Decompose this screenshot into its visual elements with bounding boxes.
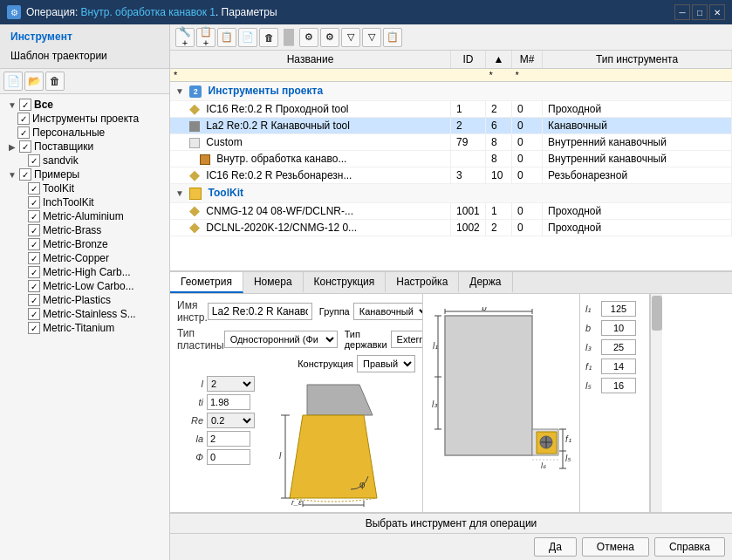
filter-btn-2[interactable]: ⚙ [320,28,339,47]
help-button[interactable]: Справка [654,537,725,557]
b-input[interactable] [601,320,636,336]
add-tool-button[interactable]: 🔧+ [175,28,195,47]
filter-btn-4[interactable]: ▽ [362,28,381,47]
imya-input[interactable] [208,303,312,320]
geo-tab-konstruktsiya[interactable]: Конструкция [304,272,387,293]
group-expand-instruments[interactable]: ▼ [175,86,184,96]
tree-item-metric-stainless[interactable]: ✓ Metric-Stainless S... [2,307,168,321]
checkbox-metric-bronze[interactable]: ✓ [28,238,40,250]
checkbox-vse[interactable]: ✓ [19,99,31,111]
tree-item-metric-brass[interactable]: ✓ Metric-Brass [2,223,168,237]
tree-item-personalnye[interactable]: ✓ Персональные [2,126,168,140]
checkbox-metric-brass[interactable]: ✓ [28,224,40,236]
tree-item-metric-titanium[interactable]: ✓ Metric-Titanium [2,321,168,335]
f1-input[interactable] [601,359,636,374]
checkbox-instruments[interactable]: ✓ [17,113,30,125]
checkbox-metric-titanium[interactable]: ✓ [28,322,40,334]
copy-button[interactable]: 📋 [217,28,236,47]
delete-tool-button[interactable]: 🗑 [259,28,278,47]
filter-id-input[interactable] [451,69,486,81]
table-row[interactable]: Внутр. обработка канаво... 8 0 Внутренни… [170,150,732,167]
table-row[interactable]: CNMG-12 04 08-WF/DCLNR-... 1001 1 0 Прох… [170,202,732,219]
gruppa-select[interactable]: Канавочный [353,303,423,320]
tree-item-postavshchiki[interactable]: ▶ ✓ Поставщики [2,140,168,154]
paste-button[interactable]: 📄 [238,28,257,47]
filter-btn-1[interactable]: ⚙ [299,28,318,47]
geo-tab-geometry[interactable]: Геометрия [170,272,243,293]
l-select[interactable]: 2 [207,376,255,392]
expand-icon-primery[interactable]: ▼ [7,169,17,180]
tree-item-instruments-proekta[interactable]: ✓ Инструменты проекта [2,112,168,126]
tree-item-metric-aluminium[interactable]: ✓ Metric-Aluminium [2,209,168,223]
scrollbar-thumb[interactable] [652,296,662,331]
geo-tab-nomera[interactable]: Номера [243,272,304,293]
col-m[interactable]: М# [512,51,543,69]
checkbox-postavshchiki[interactable]: ✓ [19,140,31,153]
tab-instrument[interactable]: Инструмент [3,28,166,45]
tree-item-metric-bronze[interactable]: ✓ Metric-Bronze [2,237,168,251]
filter-sort-input[interactable] [486,69,512,81]
tree-item-inchtoolkit[interactable]: ✓ InchToolKit [2,195,168,209]
filter-type-input[interactable] [543,69,732,81]
ti-input[interactable] [207,394,250,410]
table-row[interactable]: DCLNL-2020K-12/CNMG-12 0... 1002 2 0 Про… [170,219,732,236]
group-row-toolkit[interactable]: ▼ ToolKit [170,183,732,202]
tools-table-container[interactable]: Название ID ▲ М# Тип инструмента [170,51,732,271]
l3-input[interactable] [601,339,636,355]
checkbox-toolkit[interactable]: ✓ [28,182,40,195]
tree-item-metric-plastics[interactable]: ✓ Metric-Plastics [2,293,168,307]
col-id[interactable]: ID [451,51,486,69]
l5-input[interactable] [601,378,636,393]
tree-container[interactable]: ▼ ✓ Все ✓ Инструменты проекта ✓ Персонал… [0,94,169,560]
re-select[interactable]: 0.2 [207,413,255,428]
tree-item-toolkit[interactable]: ✓ ToolKit [2,181,168,195]
table-row[interactable]: IC16 Re:0.2 R Проходной tool 1 2 0 Прохо… [170,100,732,117]
select-instrument-bar[interactable]: Выбрать инструмент для операции [170,514,732,534]
checkbox-metric-plastics[interactable]: ✓ [28,294,40,306]
tree-item-sandvik[interactable]: ✓ sandvik [2,154,168,167]
checkbox-personalnye[interactable]: ✓ [17,126,30,139]
delete-button[interactable]: 🗑 [45,72,65,91]
expand-icon-vse[interactable]: ▼ [7,99,17,110]
checkbox-metric-aluminium[interactable]: ✓ [28,210,40,222]
close-button[interactable]: ✕ [709,4,725,20]
checkbox-metric-stainless[interactable]: ✓ [28,308,40,320]
add-from-list-button[interactable]: 📋+ [196,28,215,47]
tip-derzhavki-select[interactable]: External [391,331,423,348]
checkbox-metric-high-carb[interactable]: ✓ [28,266,40,278]
checkbox-sandvik[interactable]: ✓ [28,154,40,167]
geo-tab-derzha[interactable]: Держа [459,272,512,293]
tab-shablon[interactable]: Шаблон траектории [3,47,166,65]
table-row[interactable]: IC16 Re:0.2 R Резьбонарезн... 3 10 0 Рез… [170,167,732,183]
maximize-button[interactable]: □ [692,4,708,20]
group-expand-toolkit[interactable]: ▼ [175,188,184,198]
col-type[interactable]: Тип инструмента [543,51,732,69]
checkbox-metric-low-carb[interactable]: ✓ [28,280,40,292]
cancel-button[interactable]: Отмена [582,537,649,557]
filter-m-input[interactable] [512,69,543,81]
tip-plastiny-select[interactable]: Односторонний (Фи ▼ [224,331,338,348]
checkbox-metric-copper[interactable]: ✓ [28,252,40,264]
konstruktsiya-select[interactable]: Правый [357,355,415,372]
geo-tab-nastroika[interactable]: Настройка [386,272,459,293]
tree-item-metric-low-carb[interactable]: ✓ Metric-Low Carbo... [2,279,168,293]
checkbox-inchtoolkit[interactable]: ✓ [28,196,40,208]
l1-input[interactable] [601,301,636,317]
ok-button[interactable]: Да [534,537,577,557]
filter-btn-5[interactable]: 📋 [383,28,402,47]
new-file-button[interactable]: 📄 [3,72,23,91]
filter-name-input[interactable] [170,69,451,81]
tree-item-metric-high-carb[interactable]: ✓ Metric-High Carb... [2,265,168,279]
tree-item-metric-copper[interactable]: ✓ Metric-Copper [2,251,168,265]
open-folder-button[interactable]: 📂 [24,72,44,91]
group-row-instruments[interactable]: ▼ 2 Инструменты проекта [170,82,732,101]
tree-item-vse[interactable]: ▼ ✓ Все [2,98,168,112]
filter-btn-3[interactable]: ▽ [341,28,360,47]
la-input[interactable] [207,431,250,447]
col-name[interactable]: Название [170,51,451,69]
phi-input[interactable] [207,449,250,465]
expand-icon-postavshchiki[interactable]: ▶ [7,141,17,152]
tree-item-primery[interactable]: ▼ ✓ Примеры [2,167,168,181]
checkbox-primery[interactable]: ✓ [19,168,31,181]
col-sort[interactable]: ▲ [486,51,512,69]
